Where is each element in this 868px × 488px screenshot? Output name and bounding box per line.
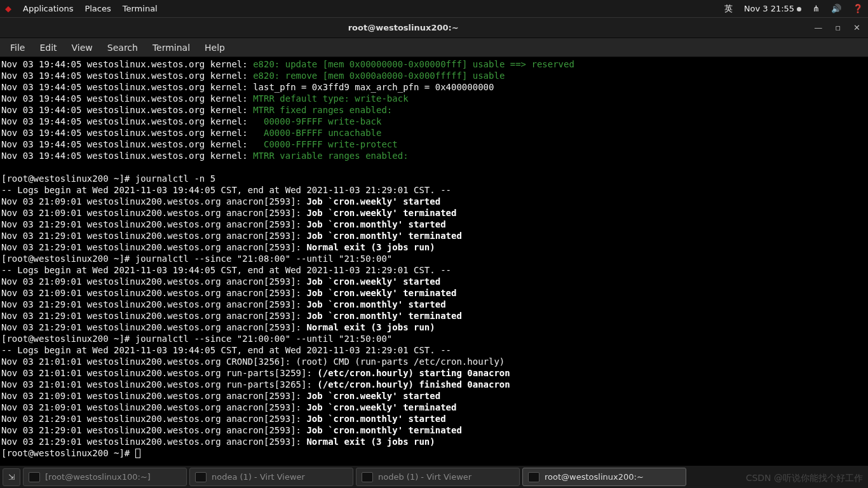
virt-viewer-icon [362,472,373,482]
watermark: CSDN @听说你能找个好工作 [746,473,863,484]
minimize-button[interactable]: — [814,23,822,32]
terminal-icon [528,472,539,482]
menu-edit[interactable]: Edit [33,41,63,55]
maximize-button[interactable]: ▫ [835,23,841,32]
taskbar-item-terminal-200[interactable]: root@westoslinux200:~ [522,468,686,486]
network-icon[interactable]: ⋔ [813,4,820,13]
cursor [135,449,140,458]
top-panel: ◆ Applications Places Terminal 英 Nov 3 2… [0,0,868,17]
applications-menu[interactable]: Applications [23,4,73,13]
menu-help[interactable]: Help [198,41,231,55]
help-icon[interactable]: ❓ [853,4,863,13]
menu-terminal[interactable]: Terminal [146,41,196,55]
close-button[interactable]: ✕ [853,23,860,32]
menu-file[interactable]: File [4,41,31,55]
places-menu[interactable]: Places [85,4,111,13]
taskbar-item-nodeb[interactable]: nodeb (1) - Virt Viewer [356,468,520,486]
show-desktop-button[interactable]: ⇲ [3,468,20,486]
clock[interactable]: Nov 3 21:55 [744,4,801,13]
window-titlebar: root@westoslinux200:~ — ▫ ✕ [0,17,868,38]
distro-logo-icon: ◆ [5,4,11,13]
terminal-icon [29,472,40,482]
terminal-menu[interactable]: Terminal [123,4,158,13]
taskbar-item-terminal-100[interactable]: [root@westoslinux100:~] [23,468,187,486]
menu-view[interactable]: View [65,41,99,55]
menu-bar: File Edit View Search Terminal Help [0,38,868,57]
taskbar: ⇲ [root@westoslinux100:~] nodea (1) - Vi… [0,466,868,488]
taskbar-item-nodea[interactable]: nodea (1) - Virt Viewer [189,468,353,486]
menu-search[interactable]: Search [101,41,144,55]
terminal-output[interactable]: Nov 03 19:44:05 westoslinux.westos.org k… [0,57,868,466]
window-title: root@westoslinux200:~ [0,23,806,32]
virt-viewer-icon [195,472,207,482]
ime-indicator[interactable]: 英 [724,3,733,15]
volume-icon[interactable]: 🔊 [831,4,841,13]
